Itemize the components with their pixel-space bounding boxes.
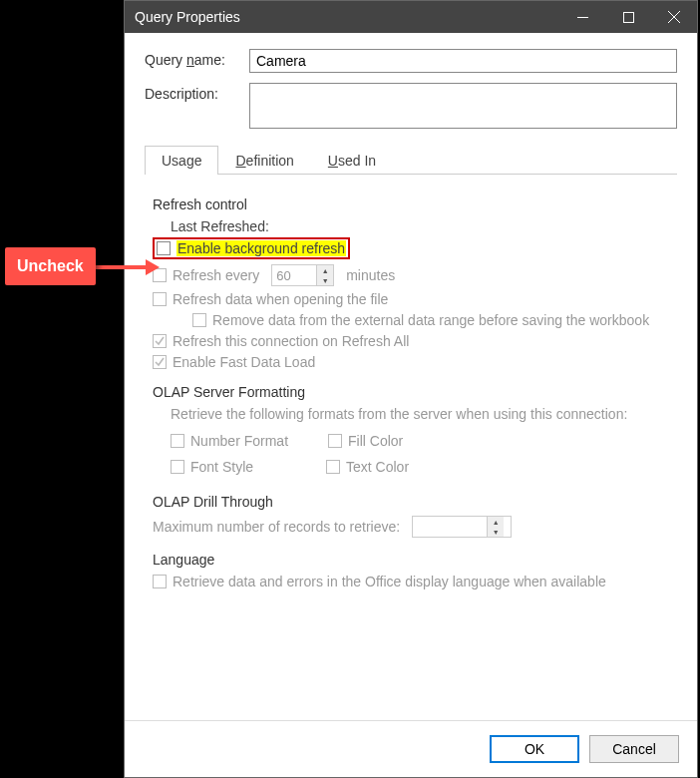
refresh-every-stepper[interactable]: ▲ ▼ xyxy=(271,264,334,286)
fast-data-load-label: Enable Fast Data Load xyxy=(173,354,315,370)
callout-text: Uncheck xyxy=(17,257,84,274)
ok-button[interactable]: OK xyxy=(490,735,579,763)
spin-up-icon[interactable]: ▲ xyxy=(317,265,333,275)
callout-arrow-icon xyxy=(92,253,162,281)
fill-color-label: Fill Color xyxy=(348,433,403,449)
refresh-on-open-label: Refresh data when opening the file xyxy=(173,291,388,307)
window-title: Query Properties xyxy=(135,9,559,25)
max-records-input[interactable] xyxy=(413,517,487,537)
text-color-checkbox[interactable] xyxy=(326,460,340,474)
refresh-every-input[interactable] xyxy=(272,265,316,285)
font-style-checkbox[interactable] xyxy=(171,460,184,474)
minimize-button[interactable] xyxy=(559,1,605,33)
last-refreshed-label: Last Refreshed: xyxy=(171,218,669,234)
fill-color-checkbox[interactable] xyxy=(328,434,342,448)
query-name-label: Query name: xyxy=(145,49,249,68)
maximize-icon xyxy=(623,12,634,23)
close-icon xyxy=(668,11,680,23)
refresh-every-label-pre: Refresh every xyxy=(173,267,259,283)
tab-used-in[interactable]: Used In xyxy=(311,146,393,175)
dialog-content: Query name: Description: Usage Definitio… xyxy=(125,33,697,720)
refresh-all-checkbox[interactable] xyxy=(153,334,167,348)
spin-down-icon[interactable]: ▼ xyxy=(317,275,333,285)
svg-marker-1 xyxy=(146,259,160,275)
titlebar: Query Properties xyxy=(125,1,697,33)
cancel-button[interactable]: Cancel xyxy=(589,735,679,763)
fast-data-load-checkbox[interactable] xyxy=(153,355,167,369)
language-retrieve-checkbox[interactable] xyxy=(153,575,167,588)
close-button[interactable] xyxy=(651,1,697,33)
number-format-checkbox[interactable] xyxy=(171,434,184,448)
language-heading: Language xyxy=(153,552,669,568)
usage-panel: Refresh control Last Refreshed: Enable b… xyxy=(145,175,677,720)
refresh-all-label: Refresh this connection on Refresh All xyxy=(173,333,409,349)
callout-uncheck: Uncheck xyxy=(5,247,96,285)
text-color-label: Text Color xyxy=(346,459,409,475)
max-records-label: Maximum number of records to retrieve: xyxy=(153,519,400,535)
refresh-every-label-post: minutes xyxy=(346,267,395,283)
dialog-footer: OK Cancel xyxy=(125,720,697,777)
description-textarea[interactable] xyxy=(249,83,677,129)
spin-down-icon[interactable]: ▼ xyxy=(488,527,504,537)
language-retrieve-label: Retrieve data and errors in the Office d… xyxy=(173,574,606,589)
refresh-control-heading: Refresh control xyxy=(153,196,669,212)
olap-retrieve-text: Retrieve the following formats from the … xyxy=(171,406,669,422)
description-label: Description: xyxy=(145,83,249,102)
spin-up-icon[interactable]: ▲ xyxy=(488,517,504,527)
tab-usage[interactable]: Usage xyxy=(145,146,218,175)
olap-drill-heading: OLAP Drill Through xyxy=(153,494,669,510)
font-style-label: Font Style xyxy=(190,459,253,475)
query-name-input[interactable] xyxy=(249,49,677,73)
maximize-button[interactable] xyxy=(605,1,651,33)
max-records-stepper[interactable]: ▲ ▼ xyxy=(412,516,512,538)
remove-data-before-save-label: Remove data from the external data range… xyxy=(212,312,649,328)
check-icon xyxy=(155,357,165,367)
number-format-label: Number Format xyxy=(190,433,288,449)
svg-rect-3 xyxy=(623,12,633,22)
refresh-on-open-checkbox[interactable] xyxy=(153,292,167,306)
olap-formatting-heading: OLAP Server Formatting xyxy=(153,384,669,400)
enable-background-refresh-label: Enable background refresh xyxy=(176,240,346,256)
tab-definition[interactable]: Definition xyxy=(218,146,310,175)
minimize-icon xyxy=(577,12,588,23)
remove-data-before-save-checkbox[interactable] xyxy=(192,313,206,327)
query-properties-dialog: Query Properties Query name: Description… xyxy=(124,0,698,778)
tab-strip: Usage Definition Used In xyxy=(145,145,677,175)
check-icon xyxy=(155,336,165,346)
